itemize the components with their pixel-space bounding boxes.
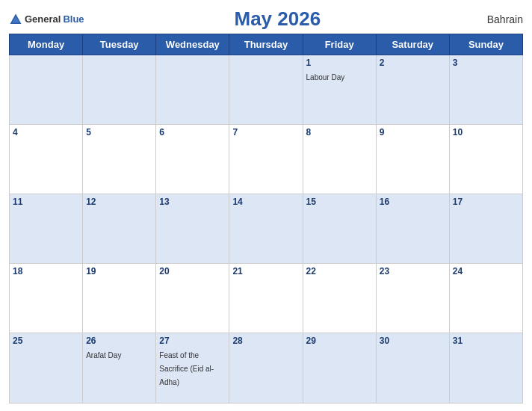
calendar-cell: 11 (10, 194, 83, 263)
calendar-cell (229, 55, 303, 125)
day-number: 12 (86, 197, 152, 207)
weekday-header-friday: Friday (303, 34, 376, 55)
day-number: 11 (13, 197, 79, 207)
logo-icon (9, 13, 22, 26)
calendar-cell: 30 (376, 333, 449, 403)
calendar-week-row: 18192021222324 (10, 263, 523, 333)
day-number: 7 (232, 127, 299, 137)
day-number: 14 (232, 197, 299, 207)
day-number: 27 (159, 336, 226, 346)
calendar-cell (83, 55, 156, 125)
calendar-cell: 14 (229, 194, 303, 263)
day-event: Feast of the Sacrifice (Eid al-Adha) (159, 351, 214, 386)
day-number: 31 (453, 336, 519, 346)
calendar-title: May 2026 (84, 7, 471, 31)
calendar-week-row: 45678910 (10, 124, 523, 194)
day-number: 8 (306, 127, 373, 137)
weekday-header-thursday: Thursday (229, 34, 303, 55)
day-number: 4 (13, 127, 79, 137)
day-number: 10 (453, 127, 519, 137)
calendar-cell: 6 (156, 124, 229, 194)
calendar-cell: 27Feast of the Sacrifice (Eid al-Adha) (156, 333, 229, 403)
day-number: 2 (380, 58, 446, 68)
calendar-cell: 3 (449, 55, 522, 125)
calendar-cell: 21 (229, 263, 303, 333)
calendar-week-row: 1Labour Day23 (10, 55, 523, 125)
logo-text-general: General (25, 13, 61, 25)
weekday-header-saturday: Saturday (376, 34, 449, 55)
calendar-cell: 9 (376, 124, 449, 194)
calendar-cell: 26Arafat Day (83, 333, 156, 403)
day-number: 30 (380, 336, 446, 346)
day-number: 22 (306, 266, 373, 276)
calendar-cell: 29 (303, 333, 376, 403)
day-number: 25 (13, 336, 79, 346)
top-bar: General Blue May 2026 Bahrain (9, 7, 523, 31)
calendar-week-row: 2526Arafat Day27Feast of the Sacrifice (… (10, 333, 523, 403)
day-number: 29 (306, 336, 373, 346)
day-event: Labour Day (306, 73, 345, 81)
day-number: 6 (159, 127, 226, 137)
logo-text-blue: Blue (63, 13, 84, 25)
calendar-cell: 2 (376, 55, 449, 125)
calendar-cell: 18 (10, 263, 83, 333)
calendar-cell (10, 55, 83, 125)
day-number: 9 (380, 127, 446, 137)
calendar-table: MondayTuesdayWednesdayThursdayFridaySatu… (9, 34, 523, 404)
weekday-header-wednesday: Wednesday (156, 34, 229, 55)
calendar-cell: 15 (303, 194, 376, 263)
logo: General Blue (9, 13, 84, 26)
day-number: 24 (453, 266, 519, 276)
calendar-cell: 25 (10, 333, 83, 403)
weekday-header-sunday: Sunday (449, 34, 522, 55)
calendar-cell: 4 (10, 124, 83, 194)
day-number: 21 (232, 266, 299, 276)
country-label: Bahrain (471, 13, 523, 25)
day-number: 5 (86, 127, 152, 137)
calendar-cell: 5 (83, 124, 156, 194)
calendar-cell: 31 (449, 333, 522, 403)
day-number: 16 (380, 197, 446, 207)
day-number: 20 (159, 266, 226, 276)
day-number: 28 (232, 336, 299, 346)
day-number: 1 (306, 58, 373, 68)
calendar-cell: 7 (229, 124, 303, 194)
weekday-header-row: MondayTuesdayWednesdayThursdayFridaySatu… (10, 34, 523, 55)
calendar-cell: 10 (449, 124, 522, 194)
calendar-cell: 16 (376, 194, 449, 263)
calendar-cell: 12 (83, 194, 156, 263)
day-number: 19 (86, 266, 152, 276)
calendar-cell: 17 (449, 194, 522, 263)
day-number: 23 (380, 266, 446, 276)
weekday-header-monday: Monday (10, 34, 83, 55)
calendar-cell: 28 (229, 333, 303, 403)
calendar-cell: 23 (376, 263, 449, 333)
calendar-cell: 20 (156, 263, 229, 333)
day-number: 15 (306, 197, 373, 207)
calendar-cell: 8 (303, 124, 376, 194)
calendar-cell: 22 (303, 263, 376, 333)
day-number: 26 (86, 336, 152, 346)
day-number: 3 (453, 58, 519, 68)
calendar-cell: 19 (83, 263, 156, 333)
calendar-cell: 13 (156, 194, 229, 263)
calendar-cell: 24 (449, 263, 522, 333)
weekday-header-tuesday: Tuesday (83, 34, 156, 55)
calendar-cell: 1Labour Day (303, 55, 376, 125)
day-event: Arafat Day (86, 351, 121, 359)
calendar-week-row: 11121314151617 (10, 194, 523, 263)
day-number: 17 (453, 197, 519, 207)
day-number: 13 (159, 197, 226, 207)
day-number: 18 (13, 266, 79, 276)
calendar-cell (156, 55, 229, 125)
calendar-page: General Blue May 2026 Bahrain MondayTues… (0, 0, 532, 411)
